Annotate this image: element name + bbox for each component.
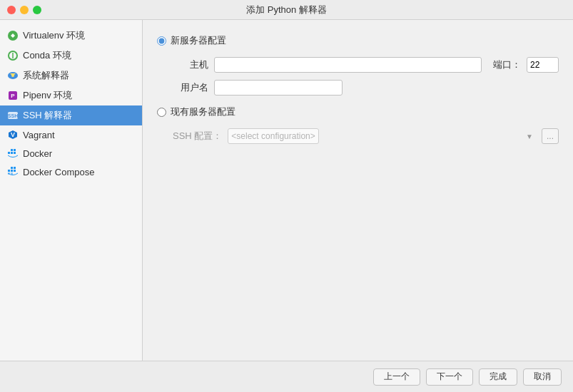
sidebar-item-docker-compose[interactable]: Docker Compose bbox=[0, 163, 142, 181]
existing-server-label: 现有服务器配置 bbox=[171, 105, 235, 118]
svg-text:SSH: SSH bbox=[8, 113, 18, 118]
sidebar-item-docker-label: Docker bbox=[23, 148, 52, 159]
sidebar-item-conda-label: Conda 环境 bbox=[23, 49, 71, 62]
new-server-radio[interactable] bbox=[157, 36, 166, 46]
host-label: 主机 bbox=[173, 58, 208, 71]
minimize-button[interactable] bbox=[20, 6, 29, 14]
sidebar-item-system[interactable]: 系统解释器 bbox=[0, 66, 142, 86]
new-server-radio-label[interactable]: 新服务器配置 bbox=[157, 34, 559, 47]
sidebar-item-system-label: 系统解释器 bbox=[23, 69, 69, 82]
sidebar-item-ssh[interactable]: SSH SSH 解释器 bbox=[0, 105, 142, 125]
existing-server-radio-label[interactable]: 现有服务器配置 bbox=[157, 105, 559, 118]
host-row: 主机 端口： bbox=[173, 57, 559, 73]
docker-icon bbox=[7, 148, 19, 159]
sidebar-item-virtualenv[interactable]: Virtualenv 环境 bbox=[0, 26, 142, 46]
pipenv-icon: P bbox=[7, 90, 19, 101]
new-server-fields: 主机 端口： 用户名 bbox=[173, 57, 559, 96]
host-input[interactable] bbox=[214, 57, 482, 73]
svg-rect-11 bbox=[11, 152, 13, 154]
svg-rect-13 bbox=[11, 149, 13, 151]
sidebar-item-virtualenv-label: Virtualenv 环境 bbox=[23, 29, 85, 42]
main-content: Virtualenv 环境 Conda 环境 系统解释器 bbox=[0, 20, 573, 361]
window-controls bbox=[7, 6, 41, 14]
sidebar-item-vagrant[interactable]: V Vagrant bbox=[0, 125, 142, 144]
window-title: 添加 Python 解释器 bbox=[246, 4, 327, 16]
svg-rect-16 bbox=[11, 170, 13, 172]
svg-rect-10 bbox=[8, 152, 10, 154]
ssh-config-label: SSH 配置： bbox=[173, 130, 222, 143]
svg-rect-14 bbox=[14, 149, 16, 151]
select-arrow-icon: ▼ bbox=[526, 133, 533, 140]
sidebar-item-docker-compose-label: Docker Compose bbox=[23, 167, 94, 177]
system-icon bbox=[7, 70, 19, 81]
port-input[interactable] bbox=[527, 57, 559, 73]
close-button[interactable] bbox=[7, 6, 16, 14]
vagrant-icon: V bbox=[7, 129, 19, 140]
svg-point-3 bbox=[11, 74, 14, 77]
sidebar-item-vagrant-label: Vagrant bbox=[23, 130, 55, 140]
conda-icon bbox=[7, 50, 19, 61]
svg-rect-19 bbox=[14, 167, 16, 169]
username-row: 用户名 bbox=[173, 80, 559, 96]
ssh-config-row: SSH 配置： <select configuration> ▼ ... bbox=[173, 128, 559, 144]
finish-button[interactable]: 完成 bbox=[479, 368, 517, 386]
browse-button[interactable]: ... bbox=[542, 128, 559, 144]
docker-compose-icon bbox=[7, 166, 19, 177]
svg-rect-12 bbox=[14, 152, 16, 154]
new-server-label: 新服务器配置 bbox=[171, 34, 226, 47]
username-label: 用户名 bbox=[173, 81, 208, 94]
username-input[interactable] bbox=[214, 80, 343, 96]
svg-text:V: V bbox=[11, 131, 15, 138]
svg-rect-21 bbox=[11, 172, 13, 175]
sidebar-item-pipenv[interactable]: P Pipenv 环境 bbox=[0, 86, 142, 105]
ssh-config-select[interactable]: <select configuration> bbox=[228, 128, 319, 144]
cancel-button[interactable]: 取消 bbox=[523, 368, 562, 386]
svg-rect-18 bbox=[11, 167, 13, 169]
prev-button[interactable]: 上一个 bbox=[373, 368, 420, 386]
maximize-button[interactable] bbox=[33, 6, 41, 14]
right-panel: 新服务器配置 主机 端口： 用户名 bbox=[143, 20, 573, 361]
form-section: 新服务器配置 主机 端口： 用户名 bbox=[157, 34, 559, 144]
existing-server-radio[interactable] bbox=[157, 108, 166, 117]
title-bar: 添加 Python 解释器 bbox=[0, 0, 573, 20]
svg-rect-15 bbox=[8, 170, 10, 172]
sidebar-item-conda[interactable]: Conda 环境 bbox=[0, 46, 142, 66]
next-button[interactable]: 下一个 bbox=[426, 368, 473, 386]
sidebar: Virtualenv 环境 Conda 环境 系统解释器 bbox=[0, 20, 143, 361]
svg-rect-17 bbox=[14, 170, 16, 172]
bottom-bar: 上一个 下一个 完成 取消 bbox=[0, 361, 573, 392]
svg-text:P: P bbox=[11, 93, 15, 99]
port-label: 端口： bbox=[493, 58, 521, 71]
sidebar-item-docker[interactable]: Docker bbox=[0, 144, 142, 163]
sidebar-item-pipenv-label: Pipenv 环境 bbox=[23, 89, 72, 102]
ssh-icon: SSH bbox=[7, 110, 19, 121]
ssh-config-select-wrapper: <select configuration> ▼ bbox=[228, 128, 536, 144]
virtualenv-icon bbox=[7, 30, 19, 41]
radio-group: 新服务器配置 主机 端口： 用户名 bbox=[157, 34, 559, 144]
sidebar-item-ssh-label: SSH 解释器 bbox=[23, 109, 72, 122]
